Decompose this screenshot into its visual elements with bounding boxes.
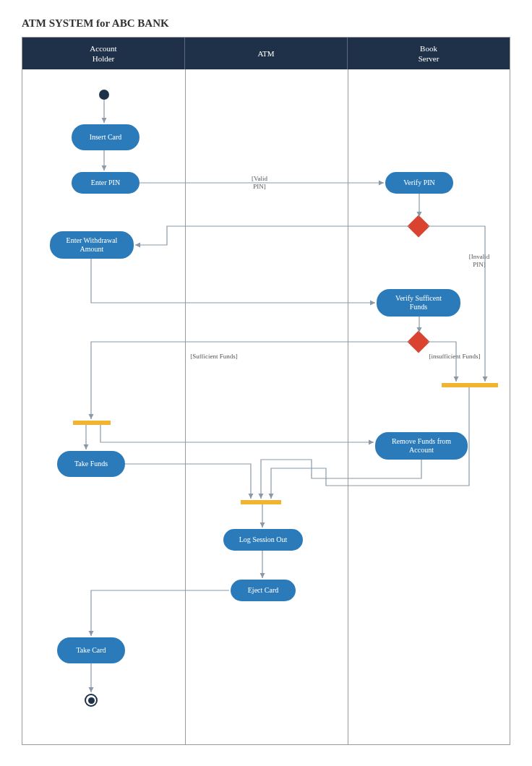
sync-bar-fork	[73, 421, 111, 425]
lane-header-account-holder: AccountHolder	[22, 38, 185, 69]
edge-label-insufficient-funds: [insufficient Funds]	[417, 353, 492, 361]
lane-divider	[348, 69, 348, 744]
activity-eject-card: Eject Card	[231, 580, 296, 601]
edge-label-invalid-pin: [InvalidPIN]	[463, 253, 495, 269]
activity-enter-pin: Enter PIN	[72, 172, 140, 194]
activity-enter-withdrawal: Enter WithdrawalAmount	[50, 231, 134, 259]
decision-pin	[407, 215, 429, 237]
diagram-title: ATM SYSTEM for ABC BANK	[22, 17, 510, 30]
start-node	[99, 90, 109, 100]
swimlane-header-row: AccountHolder ATM BookServer	[22, 38, 510, 69]
lane-divider	[185, 69, 186, 744]
activity-verify-pin: Verify PIN	[385, 172, 453, 194]
end-node	[85, 694, 98, 707]
sync-bar-join	[241, 500, 281, 504]
activity-log-session-out: Log Session Out	[223, 529, 303, 551]
activity-remove-funds: Remove Funds fromAccount	[375, 432, 468, 460]
activity-take-card: Take Card	[57, 637, 125, 663]
activity-insert-card: Insert Card	[72, 124, 140, 150]
lane-header-atm: ATM	[185, 38, 348, 69]
activity-verify-funds: Verify SufficentFunds	[377, 289, 460, 317]
sync-bar-merge-right	[442, 383, 498, 387]
activity-take-funds: Take Funds	[57, 451, 125, 477]
lane-header-book-server: BookServer	[348, 38, 510, 69]
edge-label-sufficient-funds: [Sufficient Funds]	[181, 353, 246, 361]
decision-funds	[407, 330, 429, 353]
edge-label-valid-pin: [ValidPIN]	[245, 175, 274, 191]
activity-diagram: AccountHolder ATM BookServer Insert Card…	[22, 37, 510, 745]
